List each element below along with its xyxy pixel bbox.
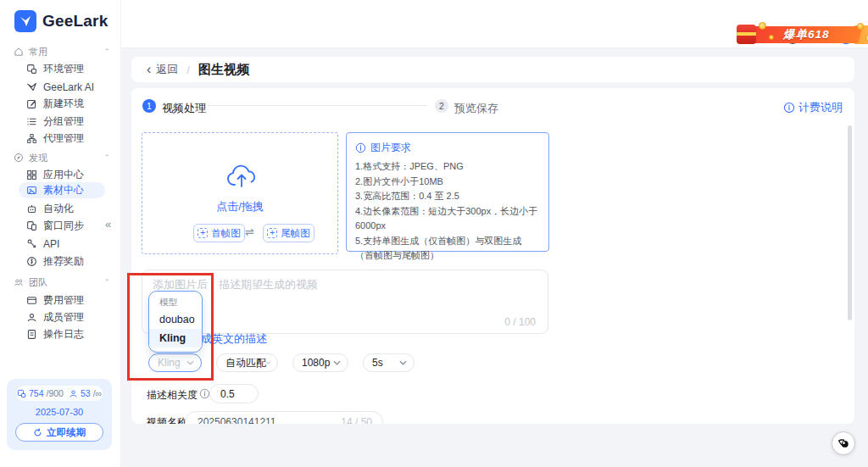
env-total: /900 (47, 388, 64, 398)
sidebar-item-window-sync[interactable]: 窗口同步 (19, 218, 105, 234)
step-2-label: 预览保存 (454, 101, 498, 116)
top-header: 爆单618 (121, 0, 868, 48)
log-icon (26, 329, 37, 340)
resolution-select[interactable]: 1080p (292, 353, 348, 372)
info-icon (783, 102, 795, 114)
robot-icon (26, 203, 37, 214)
chevron-down-icon (186, 360, 194, 365)
banner-text: 爆单618 (783, 27, 830, 42)
back-button[interactable]: ‹ 返回 (147, 62, 178, 77)
sidebar-collapse-icon[interactable]: « (105, 218, 111, 231)
sidebar-item-automation[interactable]: 自动化 (19, 201, 105, 217)
list-icon (26, 116, 37, 127)
chevron-up-icon: ⌃ (103, 153, 110, 162)
scrollbar-thumb[interactable] (848, 125, 852, 320)
dollar-circle-icon (26, 256, 37, 267)
eye-icon (837, 436, 851, 451)
image-upload-dropzone[interactable]: 点击/拖拽 + 首帧图 ⇌ + 尾帧图 (142, 132, 338, 254)
sidebar-item-group-management[interactable]: 分组管理 (19, 114, 105, 130)
sidebar: GeeLark 常用 ⌃ 环境管理 GeeLark AI 新建环境 分组管理 代… (0, 0, 121, 467)
sidebar-item-operation-logs[interactable]: 操作日志 (19, 326, 105, 342)
sidebar-item-referral-rewards[interactable]: 推荐奖励 (19, 253, 105, 270)
person-icon (26, 312, 37, 323)
sidebar-section-team[interactable]: 团队 ⌃ (14, 275, 110, 290)
relevance-input[interactable]: 0.5 (209, 384, 259, 403)
sidebar-item-expense-management[interactable]: 费用管理 (19, 292, 105, 309)
sidebar-item-app-center[interactable]: 应用中心 (19, 167, 105, 183)
geelark-logo-icon (14, 10, 36, 32)
banner-ribbon: 爆单618 (750, 26, 863, 43)
geelark-logo: GeeLark (14, 10, 108, 32)
billing-info-link[interactable]: 计费说明 (783, 100, 843, 115)
plus-icon: + (198, 228, 208, 238)
proxy-icon (26, 133, 37, 144)
sidebar-item-member-management[interactable]: 成员管理 (19, 309, 105, 325)
sidebar-item-geelark-ai[interactable]: GeeLark AI (19, 79, 105, 95)
video-name-label: 视频名称 (147, 415, 187, 424)
refresh-icon (33, 428, 42, 437)
geelark-ai-icon (26, 81, 37, 92)
requirement-line: 2.图片文件小于10MB (355, 175, 540, 190)
requirement-line: 4.边长像素范围：短边大于300px，长边小于6000px (355, 204, 540, 234)
sidebar-section-common[interactable]: 常用 ⌃ (14, 44, 110, 59)
workspace: ‹ 返回 / 图生视频 1 视频处理 2 预览保存 计费说明 点击/拖拽 + 首… (121, 48, 868, 467)
home-icon (14, 47, 24, 57)
edit-icon (26, 98, 37, 109)
window-sync-icon (26, 220, 37, 231)
upload-hint: 点击/拖拽 (142, 199, 337, 214)
model-option-kling[interactable]: Kling (149, 329, 202, 347)
coin-icon (759, 22, 766, 30)
members-total: /∞ (93, 388, 102, 398)
sidebar-item-proxy-management[interactable]: 代理管理 (19, 131, 105, 147)
image-requirements-panel: 图片要求 1.格式支持：JPEG、PNG 2.图片文件小于10MB 3.宽高比范… (346, 132, 549, 252)
plan-expiry-date: 2025-07-30 (7, 407, 112, 417)
model-select[interactable]: Kling (148, 353, 202, 372)
step-2-indicator: 2 (435, 99, 448, 113)
sidebar-item-new-environment[interactable]: 新建环境 (19, 96, 105, 112)
coin-icon (769, 35, 774, 40)
gift-icon (737, 25, 756, 44)
first-frame-button[interactable]: + 首帧图 (193, 224, 245, 242)
cloud-upload-icon (225, 164, 258, 189)
requirements-title-row: 图片要求 (355, 141, 540, 155)
ratio-select[interactable]: 自动匹配 (216, 353, 278, 372)
video-name-counter: 14 / 50 (341, 416, 372, 424)
chevron-down-icon (333, 360, 341, 365)
env-used: 754 (29, 388, 44, 398)
requirement-line: 3.宽高比范围：0.4 至 2.5 (355, 189, 540, 204)
duration-select[interactable]: 5s (363, 353, 415, 372)
back-chevron-icon: ‹ (147, 63, 151, 76)
step-1-indicator: 1 (142, 99, 156, 113)
phone-count-icon (17, 389, 26, 398)
video-name-input[interactable]: 20250630141211 14 / 50 (185, 411, 383, 424)
sidebar-item-environment[interactable]: 环境管理 (19, 61, 105, 77)
info-icon (355, 142, 366, 153)
usage-badge: 754/900 53/∞ (16, 386, 103, 401)
breadcrumb-separator: / (186, 64, 190, 76)
page-title: 图生视频 (198, 62, 249, 78)
image-icon (26, 185, 37, 196)
eye-floating-button[interactable] (832, 431, 855, 455)
requirement-line: 1.格式支持：JPEG、PNG (355, 159, 540, 175)
prompt-char-counter: 0 / 100 (504, 316, 536, 328)
prompt-textarea[interactable] (142, 270, 548, 333)
sidebar-item-api[interactable]: API (19, 236, 105, 252)
promo-banner-618[interactable]: 爆单618 (737, 25, 868, 44)
last-frame-button[interactable]: + 尾帧图 (263, 224, 314, 242)
swap-icon: ⇌ (245, 225, 254, 238)
card-icon (26, 295, 37, 306)
video-generation-panel: 1 视频处理 2 预览保存 计费说明 点击/拖拽 + 首帧图 ⇌ + 尾帧图 (131, 88, 854, 424)
team-icon (14, 277, 24, 287)
step-1-label: 视频处理 (162, 101, 206, 116)
model-option-doubao[interactable]: doubao (149, 310, 202, 329)
chevron-down-icon (399, 360, 407, 365)
chevron-down-icon (266, 360, 270, 365)
members-used: 53 (81, 388, 91, 398)
renew-button[interactable]: 立即续期 (15, 423, 103, 442)
model-dropdown-group-label: 模型 (149, 292, 202, 310)
sidebar-item-material-center[interactable]: 素材中心 (19, 182, 105, 198)
requirements-title: 图片要求 (370, 141, 411, 155)
sidebar-section-discover[interactable]: 发现 ⌃ (14, 150, 110, 165)
api-icon (26, 238, 37, 249)
translate-to-english-link[interactable]: 成英文的描述 (201, 331, 267, 347)
